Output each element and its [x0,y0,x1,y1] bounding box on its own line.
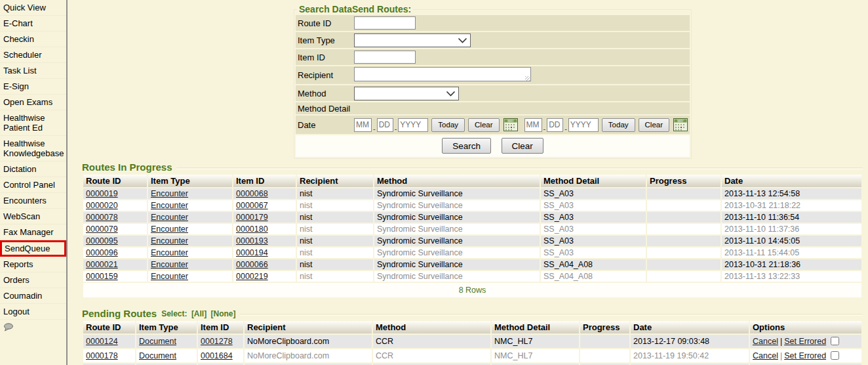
item-type-cell: Encounter [148,271,232,282]
item-id-link[interactable]: 0000193 [236,236,268,246]
date-from-year-input[interactable] [398,118,428,132]
item-id-input[interactable] [354,51,416,64]
sidebar-item-reports[interactable]: Reports [0,257,66,272]
item-id-link[interactable]: 0000068 [236,189,268,198]
route-id-link[interactable]: 0000021 [86,260,118,269]
sidebar-item-fax-manager[interactable]: Fax Manager [0,225,66,240]
item-type-cell: Encounter [148,200,232,211]
sidebar-item-e-sign[interactable]: E-Sign [0,79,66,95]
date-separator: - [564,126,567,132]
route-id-link[interactable]: 0000079 [86,225,118,234]
route-id-link[interactable]: 0000095 [86,236,118,246]
method-select[interactable] [354,87,459,100]
set-errored-link[interactable]: Set Errored [784,351,826,360]
date-to-month-input[interactable] [524,118,542,132]
column-header-progress: Progress [580,321,629,333]
sidebar-item-checkin[interactable]: Checkin [0,32,66,47]
date-cell: 2013-11-19 19:50:42 [631,349,749,362]
sidebar-item-e-chart[interactable]: E-Chart [0,16,66,32]
item-id-link[interactable]: 0000067 [236,201,268,210]
date-from-clear-button[interactable]: Clear [468,118,499,132]
date-to-year-input[interactable] [568,118,599,132]
sidebar-item-control-panel[interactable]: Control Panel [0,177,66,193]
item-id-link[interactable]: 0000194 [236,248,268,257]
cancel-link[interactable]: Cancel [753,337,778,346]
date-to-calendar-icon[interactable]: MAY [673,118,688,131]
item-type-link[interactable]: Encounter [151,260,188,269]
item-type-link[interactable]: Encounter [151,213,188,222]
date-to-day-input[interactable] [547,118,563,132]
method-detail-row: Method Detail [296,102,690,114]
item-type-cell: Encounter [148,212,232,223]
sidebar-item-coumadin[interactable]: Coumadin [0,288,66,304]
item-type-link[interactable]: Encounter [151,189,188,198]
row-select-checkbox[interactable] [831,351,839,360]
recipient-cell: nist [297,188,373,199]
route-id-link[interactable]: 0000159 [86,272,118,281]
item-type-select[interactable] [354,33,471,47]
route-id-link[interactable]: 0000020 [86,201,118,210]
sidebar-item-encounters[interactable]: Encounters [0,193,66,209]
item-type-link[interactable]: Document [139,337,176,346]
method-detail-cell: SS_A03 [541,247,646,258]
date-from-today-button[interactable]: Today [431,118,465,132]
item-id-link[interactable]: 0001278 [201,337,233,346]
recipient-cell: nist [297,247,373,258]
date-from-month-input[interactable] [354,118,372,132]
sidebar-item-scheduler[interactable]: Scheduler [0,47,66,63]
select-all-link[interactable]: [All] [191,309,207,318]
item-id-link[interactable]: 0000179 [236,213,268,222]
route-id-link[interactable]: 0000178 [86,351,118,360]
route-id-cell: 0000079 [83,224,147,234]
route-id-link[interactable]: 0000124 [86,337,118,346]
date-separator: - [543,126,546,132]
item-id-link[interactable]: 0000180 [236,225,268,234]
sidebar-item-healthwise-knowledgebase[interactable]: Healthwise Knowledgebase [0,136,66,161]
date-to-clear-button[interactable]: Clear [639,118,669,132]
date-cell: 2013-10-31 21:18:36 [722,259,861,270]
column-header-method-detail: Method Detail [541,175,646,187]
item-type-link[interactable]: Encounter [151,248,188,257]
sidebar-item-dictation[interactable]: Dictation [0,161,66,177]
sidebar-item-orders[interactable]: Orders [0,272,66,288]
search-panel-legend: Search DataSend Routes: [297,4,413,14]
set-errored-link[interactable]: Set Errored [784,337,826,346]
item-type-link[interactable]: Encounter [151,225,188,234]
route-id-input[interactable] [354,16,416,30]
date-from-calendar-icon[interactable]: MAY [503,118,518,131]
route-id-link[interactable]: 0000096 [86,248,118,257]
cancel-link[interactable]: Cancel [753,351,778,360]
recipient-input[interactable] [354,67,531,81]
item-type-link[interactable]: Encounter [151,272,188,281]
row-select-checkbox[interactable] [831,337,839,345]
sidebar-item-healthwise-patient-ed[interactable]: Healthwise Patient Ed [0,110,66,136]
sidebar-item-logout[interactable]: Logout [0,304,66,320]
item-id-link[interactable]: 0001684 [201,351,233,360]
item-type-link[interactable]: Document [139,351,176,360]
select-none-link[interactable]: [None] [211,309,236,318]
row-count-footer: 8 Rows [83,283,861,297]
table-row: 0000096Encounter0000194nistSyndromic Sur… [83,247,861,258]
item-id-link[interactable]: 0000066 [236,260,268,269]
table-row: 0000079Encounter0000180nistSyndromic Sur… [83,224,861,234]
search-button[interactable]: Search [442,138,491,154]
item-type-link[interactable]: Encounter [151,201,188,210]
date-to-today-button[interactable]: Today [602,118,635,132]
sidebar-item-task-list[interactable]: Task List [0,63,66,79]
svg-text:MAY: MAY [677,119,684,123]
item-type-cell: Encounter [148,188,232,199]
route-id-link[interactable]: 0000019 [86,189,118,198]
sidebar-item-webscan[interactable]: WebScan [0,209,66,225]
method-cell: Syndromic Surveillance [374,212,540,223]
item-id-link[interactable]: 0000219 [236,272,268,281]
item-type-link[interactable]: Encounter [151,236,188,246]
method-cell: CCR [373,335,490,348]
sidebar-item-quick-view[interactable]: Quick View [0,0,66,16]
pending-routes-section: Pending Routes Select: [All] [None] Rout… [82,308,863,365]
sidebar-item-sendqueue[interactable]: SendQueue [0,240,66,257]
sidebar-item-open-exams[interactable]: Open Exams [0,95,66,110]
date-from-day-input[interactable] [377,118,393,132]
speech-bubble-icon[interactable] [3,324,14,333]
clear-button[interactable]: Clear [502,138,543,154]
route-id-link[interactable]: 0000078 [86,213,118,222]
